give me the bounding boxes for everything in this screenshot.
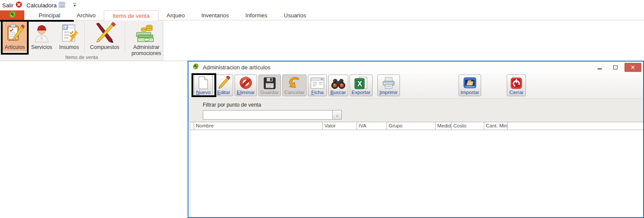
importar-label: Importar bbox=[461, 90, 479, 95]
column-header-cant-minima[interactable]: Cant. Minima bbox=[484, 122, 508, 130]
column-header-selector[interactable] bbox=[190, 122, 194, 130]
cancelar-button[interactable]: Cancelar bbox=[282, 75, 307, 96]
combobox-dropdown-button[interactable]: ⌄ bbox=[332, 111, 341, 119]
chevron-down-icon: ⌄ bbox=[335, 112, 339, 118]
articles-table: Nombre Valor IVA Grupo Medida Costo Cant… bbox=[188, 122, 643, 217]
eliminar-label: Eliminar bbox=[237, 90, 255, 95]
tab-usuarios[interactable]: Usuarios bbox=[276, 10, 314, 20]
insumos-button[interactable]: U Insumos bbox=[56, 22, 82, 52]
window-toolbar: Nuevo Editar Eliminar Guardar bbox=[188, 73, 643, 98]
column-header-grupo[interactable]: Grupo bbox=[387, 122, 436, 130]
tab-arqueo[interactable]: Arqueo bbox=[159, 10, 193, 20]
calculadora-button[interactable]: Calculadora bbox=[26, 1, 66, 10]
compuestos-label: Compuestos bbox=[90, 44, 119, 50]
insumos-label: Insumos bbox=[59, 44, 79, 50]
money-stack-icon bbox=[135, 22, 157, 44]
tab-informes[interactable]: Informes bbox=[237, 10, 276, 20]
ribbon-separator bbox=[125, 23, 125, 53]
guardar-button[interactable]: Guardar bbox=[258, 75, 281, 96]
administrar-promociones-button[interactable]: Administrar promociones bbox=[128, 22, 165, 58]
buscar-button[interactable]: Buscar bbox=[328, 75, 348, 96]
minimize-icon bbox=[598, 68, 602, 70]
table-header-row: Nombre Valor IVA Grupo Medida Costo Cant… bbox=[190, 122, 643, 130]
column-header-costo[interactable]: Costo bbox=[452, 122, 484, 130]
annotation-highlight-nuevo bbox=[192, 73, 216, 97]
undo-arrow-icon bbox=[287, 76, 302, 90]
form-window-icon bbox=[310, 76, 325, 90]
ribbon-bottom-border bbox=[0, 61, 188, 61]
salir-button[interactable]: Salir bbox=[1, 1, 23, 10]
minimize-button[interactable] bbox=[593, 63, 606, 72]
servicios-label: Servicios bbox=[31, 44, 53, 50]
importar-button[interactable]: Importar bbox=[459, 75, 482, 96]
window-logo-icon bbox=[192, 63, 199, 72]
excel-icon: X bbox=[354, 76, 368, 90]
floppy-disk-icon bbox=[263, 76, 277, 90]
customize-toolbar-dropdown[interactable]: ▾ bbox=[73, 3, 76, 7]
ribbon-tab-row: Principal Archivo Items de venta Arqueo … bbox=[0, 10, 644, 20]
tab-archivo[interactable]: Archivo bbox=[69, 10, 104, 20]
no-entry-icon bbox=[239, 76, 253, 90]
column-header-valor[interactable]: Valor bbox=[323, 122, 357, 130]
exit-icon bbox=[16, 1, 22, 9]
ficha-label: Ficha bbox=[311, 90, 324, 95]
annotation-highlight-articulos bbox=[1, 20, 29, 55]
filter-label: Filtrar por punto de venta bbox=[203, 102, 643, 108]
exportar-label: Exportar bbox=[352, 90, 370, 95]
window-title: Administracion de artículos bbox=[203, 64, 271, 71]
filter-panel: Filtrar por punto de venta ⌄ bbox=[188, 98, 643, 122]
calculadora-label: Calculadora bbox=[26, 2, 56, 9]
tab-inventarios[interactable]: Inventarios bbox=[193, 10, 237, 20]
person-cap-icon bbox=[33, 22, 51, 44]
column-header-nombre[interactable]: Nombre bbox=[194, 122, 323, 130]
imprimir-label: Imprimir bbox=[380, 90, 398, 95]
editar-button[interactable]: Editar bbox=[214, 75, 233, 96]
compuestos-button[interactable]: Compuestos bbox=[87, 22, 122, 52]
ribbon-tabs: Principal Archivo Items de venta Arqueo … bbox=[30, 10, 314, 20]
svg-text:U: U bbox=[64, 25, 67, 30]
column-header-medida[interactable]: Medida bbox=[436, 122, 452, 130]
close-window-button[interactable]: ✕ bbox=[624, 63, 641, 72]
power-icon bbox=[510, 76, 523, 90]
import-box-icon bbox=[462, 76, 477, 90]
cerrar-button[interactable]: Cerrar bbox=[507, 75, 526, 96]
application-root: Salir Calculadora ▾ Principal Archivo It… bbox=[0, 0, 644, 218]
ficha-button[interactable]: Ficha bbox=[308, 75, 327, 96]
checklist-icon: U bbox=[59, 22, 79, 44]
column-header-iva[interactable]: IVA bbox=[357, 122, 387, 130]
pos-filter-combobox[interactable]: ⌄ bbox=[203, 110, 342, 120]
svg-text:X: X bbox=[357, 80, 362, 88]
calculator-icon bbox=[59, 2, 65, 9]
cancelar-label: Cancelar bbox=[284, 90, 304, 95]
salir-label: Salir bbox=[2, 2, 13, 9]
guardar-label: Guardar bbox=[261, 90, 279, 95]
app-logo-icon bbox=[8, 10, 17, 20]
quick-access-toolbar: Salir Calculadora ▾ bbox=[0, 0, 644, 10]
tab-items-de-venta[interactable]: Items de venta bbox=[104, 10, 158, 20]
servicios-button[interactable]: Servicios bbox=[30, 22, 53, 52]
app-menu-button[interactable] bbox=[0, 10, 24, 20]
crossed-pencils-icon bbox=[93, 22, 116, 44]
exportar-button[interactable]: X Exportar bbox=[350, 75, 373, 96]
cerrar-label: Cerrar bbox=[509, 90, 524, 95]
administracion-articulos-window: Administracion de artículos ✕ Nuevo Edit… bbox=[188, 61, 644, 218]
editar-label: Editar bbox=[217, 90, 230, 95]
window-titlebar[interactable]: Administracion de artículos ✕ bbox=[188, 62, 643, 73]
close-icon: ✕ bbox=[631, 64, 635, 71]
binoculars-icon bbox=[331, 76, 346, 90]
buscar-label: Buscar bbox=[330, 90, 346, 95]
chevron-down-icon: ▾ bbox=[73, 3, 76, 8]
printer-icon bbox=[382, 76, 396, 90]
edit-pencil-icon bbox=[217, 76, 231, 90]
maximize-icon bbox=[613, 65, 618, 69]
table-body-empty[interactable] bbox=[190, 130, 643, 217]
maximize-button[interactable] bbox=[609, 63, 622, 72]
imprimir-button[interactable]: Imprimir bbox=[377, 75, 400, 96]
ribbon-group-label: Items de venta bbox=[0, 55, 163, 60]
eliminar-button[interactable]: Eliminar bbox=[234, 75, 257, 96]
tab-principal[interactable]: Principal bbox=[30, 10, 69, 20]
ribbon-separator bbox=[84, 23, 85, 53]
